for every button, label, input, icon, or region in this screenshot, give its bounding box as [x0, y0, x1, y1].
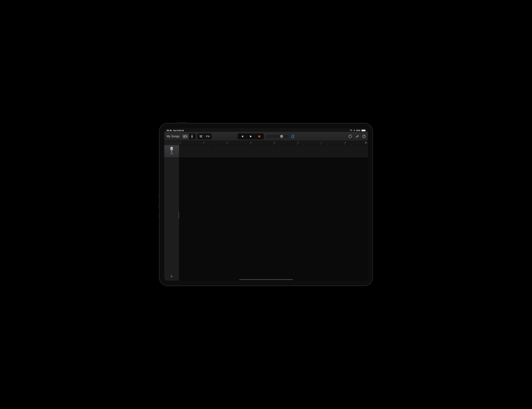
bar-tick — [297, 143, 297, 145]
screen: 09:38 Sun Feb 24 87% My Songs — [164, 128, 368, 281]
bar-number: 5 — [274, 142, 275, 144]
browser-view-button[interactable] — [182, 134, 189, 139]
help-button[interactable] — [362, 135, 366, 138]
arrange-empty-area — [179, 158, 368, 281]
status-date: Sun Feb 24 — [173, 129, 184, 132]
svg-rect-3 — [192, 135, 192, 136]
volume-knob[interactable] — [280, 135, 284, 138]
loop-icon — [348, 134, 352, 138]
add-track-button[interactable] — [164, 272, 179, 281]
beat-tick — [285, 144, 285, 145]
beat-tick — [291, 144, 291, 145]
play-button[interactable] — [247, 134, 255, 139]
settings-wrench-icon — [355, 135, 359, 138]
arrange-area[interactable] — [179, 145, 368, 281]
beat-tick — [215, 144, 215, 145]
beat-tick — [220, 144, 221, 145]
physical-button — [159, 215, 160, 218]
meter-level — [266, 136, 288, 138]
toolbar: My Songs — [164, 132, 368, 141]
microphone-icon — [191, 135, 193, 138]
scrollbar-vertical[interactable] — [179, 211, 179, 219]
svg-rect-13 — [171, 151, 172, 153]
beat-tick — [191, 144, 191, 145]
meter-level — [266, 135, 288, 136]
bar-tick — [274, 143, 274, 145]
go-to-beginning-button[interactable] — [238, 134, 247, 139]
physical-button — [177, 122, 186, 123]
plus-icon — [365, 141, 367, 144]
beat-tick — [197, 144, 197, 145]
bar-number: 4 — [250, 142, 252, 144]
timeline-ruler[interactable]: 12345678 — [179, 141, 368, 145]
sliders-icon — [199, 135, 203, 138]
svg-rect-0 — [183, 136, 184, 137]
track-header[interactable] — [164, 145, 179, 158]
svg-point-7 — [258, 135, 260, 137]
beat-tick — [356, 144, 356, 145]
browser-icon — [183, 135, 187, 138]
add-section-button[interactable] — [365, 141, 367, 145]
bar-number: 1 — [180, 142, 181, 144]
svg-point-4 — [200, 136, 200, 136]
wifi-icon — [350, 130, 352, 131]
bar-tick — [226, 143, 227, 145]
status-battery-percent: 87% — [356, 129, 360, 132]
controls-segment: FX — [197, 134, 212, 139]
loop-button[interactable] — [348, 134, 352, 138]
beat-tick — [309, 144, 309, 145]
home-indicator[interactable] — [239, 279, 293, 280]
help-icon — [362, 135, 366, 138]
svg-point-8 — [294, 135, 294, 135]
svg-rect-2 — [187, 136, 187, 137]
workspace — [164, 145, 368, 281]
track-headers-sidebar — [164, 145, 179, 281]
bar-number: 2 — [203, 142, 204, 144]
record-button[interactable] — [255, 134, 264, 139]
beat-tick — [268, 144, 268, 145]
svg-point-6 — [201, 135, 202, 136]
svg-point-5 — [200, 136, 201, 137]
my-songs-button[interactable]: My Songs — [166, 134, 180, 138]
track-controls-button[interactable] — [198, 134, 204, 139]
beat-tick — [238, 144, 238, 145]
record-icon — [258, 135, 261, 138]
bar-number: 8 — [345, 142, 346, 144]
beat-tick — [362, 144, 362, 145]
status-time: 09:38 — [167, 129, 172, 132]
beat-tick — [338, 144, 339, 145]
ruler-area: 12345678 — [164, 141, 368, 145]
physical-button — [159, 205, 160, 208]
svg-point-12 — [170, 147, 173, 151]
device-chassis: 09:38 Sun Feb 24 87% My Songs — [159, 123, 373, 286]
bar-tick — [344, 143, 344, 145]
plus-icon — [170, 275, 173, 278]
audio-recorder-track-icon — [168, 146, 175, 156]
play-icon — [249, 135, 252, 138]
ruler-corner — [164, 141, 179, 145]
physical-button — [159, 195, 160, 198]
settings-button[interactable] — [355, 135, 359, 138]
bar-tick — [203, 143, 203, 145]
go-to-beginning-icon — [241, 135, 244, 138]
svg-rect-1 — [185, 135, 186, 137]
battery-icon — [361, 130, 365, 131]
track-lane[interactable] — [179, 145, 368, 158]
view-segment — [182, 134, 196, 139]
bar-tick — [321, 143, 321, 145]
metronome-icon — [291, 134, 294, 138]
beat-tick — [256, 144, 256, 145]
bar-tick — [179, 143, 180, 145]
beat-tick — [315, 144, 315, 145]
metronome-button[interactable] — [291, 134, 294, 138]
bar-number: 7 — [321, 142, 322, 144]
transport-controls — [238, 134, 264, 139]
beat-tick — [332, 144, 333, 145]
bar-number: 6 — [298, 142, 299, 144]
bar-number: 3 — [227, 142, 228, 144]
bar-tick — [250, 143, 250, 145]
master-volume-slider[interactable] — [266, 135, 288, 138]
svg-point-11 — [364, 137, 364, 137]
instrument-view-button[interactable] — [189, 134, 195, 139]
fx-button[interactable]: FX — [204, 134, 211, 139]
